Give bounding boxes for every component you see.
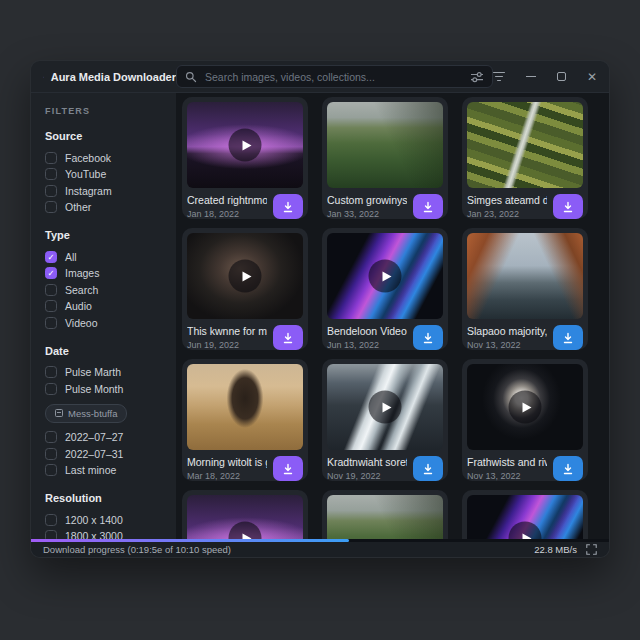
checkbox-pulse-month[interactable]: Pulse Month [45,381,166,397]
download-button[interactable] [273,194,303,219]
media-thumbnail [327,364,443,450]
play-button[interactable] [369,391,402,424]
checkbox-icon[interactable] [45,464,57,476]
checkbox-pulse-marth[interactable]: Pulse Marth [45,365,166,381]
search-settings-icon[interactable] [470,71,484,83]
media-thumbnail [327,495,443,539]
media-grid: Created rightnmote... Jan 18, 2022 Custo… [182,97,609,539]
play-button[interactable] [229,260,262,293]
checkbox-search[interactable]: Search [45,282,166,298]
search-icon [185,71,197,83]
media-card[interactable] [462,490,588,539]
close-button[interactable]: ✕ [587,71,597,83]
checkbox-checked-icon[interactable] [45,267,57,279]
media-card[interactable] [182,490,308,539]
checkbox-icon[interactable] [45,168,57,180]
checkbox-icon[interactable] [45,448,57,460]
download-button[interactable] [553,194,583,219]
checkbox-res-1800x3000[interactable]: 1800 x 3000 [45,529,166,540]
checkbox-label: 2022–07–27 [65,431,123,443]
download-progress-bar [31,539,349,542]
media-date: Jun 13, 2022 [327,340,407,350]
filters-sidebar: FILTERS Source Facebook YouTube Instagra… [31,93,176,539]
titlebar: Aura Media Downloader ✕ [31,61,609,93]
download-button[interactable] [273,325,303,350]
checkbox-res-1200x1400[interactable]: 1200 x 1400 [45,512,166,528]
checkbox-icon[interactable] [45,383,57,395]
play-button[interactable] [509,391,542,424]
play-button[interactable] [509,522,542,540]
checkbox-icon[interactable] [45,530,57,539]
media-thumbnail [467,233,583,319]
checkbox-label: Other [65,201,91,213]
media-title: Created rightnmote... [187,194,267,206]
checkbox-instagram[interactable]: Instagram [45,183,166,199]
checkbox-date-2022-07-31[interactable]: 2022–07–31 [45,446,166,462]
checkbox-images[interactable]: Images [45,266,166,282]
checkbox-label: Audio [65,300,92,312]
checkbox-facebook[interactable]: Facebook [45,150,166,166]
media-thumbnail [467,364,583,450]
checkbox-icon[interactable] [45,366,57,378]
checkbox-icon[interactable] [45,201,57,213]
download-button[interactable] [413,194,443,219]
media-title: Kradtnwiaht soretar... [327,456,407,468]
media-card[interactable] [322,490,448,539]
media-title: Frathwists and rivlo... [467,456,547,468]
media-date: Mar 18, 2022 [187,471,267,481]
checkbox-icon[interactable] [45,152,57,164]
media-title: Custom growinyst a... [327,194,407,206]
media-card[interactable]: Bendeloon Video Jun 13, 2022 [322,228,448,350]
checkbox-label: Images [65,267,99,279]
download-button[interactable] [553,325,583,350]
media-card[interactable]: This kwnne for my a... Jun 19, 2022 [182,228,308,350]
play-button[interactable] [229,522,262,540]
checkbox-icon[interactable] [45,431,57,443]
search-input[interactable] [203,70,464,84]
section-title-source: Source [45,130,166,142]
checkbox-video[interactable]: Videoo [45,315,166,331]
checkbox-other[interactable]: Other [45,200,166,216]
media-thumbnail [187,495,303,539]
media-card[interactable]: Kradtnwiaht soretar... Nov 19, 2022 [322,359,448,481]
checkbox-all[interactable]: All [45,249,166,265]
checkbox-youtube[interactable]: YouTube [45,167,166,183]
media-title: Bendeloon Video [327,325,407,337]
date-range-chip[interactable]: Mess-btuffa [45,404,127,423]
media-card[interactable]: Created rightnmote... Jan 18, 2022 [182,97,308,219]
download-button[interactable] [553,456,583,481]
media-card[interactable]: Simges ateamd dhs... Jan 23, 2022 [462,97,588,219]
media-date: Nov 13, 2022 [467,471,547,481]
checkbox-icon[interactable] [45,300,57,312]
maximize-button[interactable] [557,72,566,81]
checkbox-icon[interactable] [45,514,57,526]
checkbox-icon[interactable] [45,185,57,197]
minimize-button[interactable] [526,76,536,78]
search-bar[interactable] [176,65,493,88]
checkbox-icon[interactable] [45,284,57,296]
media-card[interactable]: Slapaoo majority, m... Nov 13, 2022 [462,228,588,350]
checkbox-checked-icon[interactable] [45,251,57,263]
media-card[interactable]: Morning witolt is ge... Mar 18, 2022 [182,359,308,481]
app-logo-icon [43,69,44,85]
checkbox-date-2022-07-27[interactable]: 2022–07–27 [45,430,166,446]
checkbox-last-minoe[interactable]: Last minoe [45,463,166,479]
play-icon [242,140,251,150]
checkbox-icon[interactable] [45,317,57,329]
download-button[interactable] [273,456,303,481]
media-card[interactable]: Frathwists and rivlo... Nov 13, 2022 [462,359,588,481]
play-button[interactable] [369,260,402,293]
download-button[interactable] [413,456,443,481]
fullscreen-icon[interactable] [586,544,597,555]
checkbox-label: Pulse Marth [65,366,121,378]
media-title: Slapaoo majority, m... [467,325,547,337]
play-button[interactable] [229,129,262,162]
download-button[interactable] [413,325,443,350]
media-card[interactable]: Custom growinyst a... Jan 33, 2022 [322,97,448,219]
checkbox-audio[interactable]: Audio [45,299,166,315]
filter-button[interactable] [493,72,505,82]
download-progress-track [31,539,609,542]
media-thumbnail [327,233,443,319]
play-icon [382,402,391,412]
download-progress-label: Download progress (0:19:5e of 10:10 spee… [43,544,231,555]
